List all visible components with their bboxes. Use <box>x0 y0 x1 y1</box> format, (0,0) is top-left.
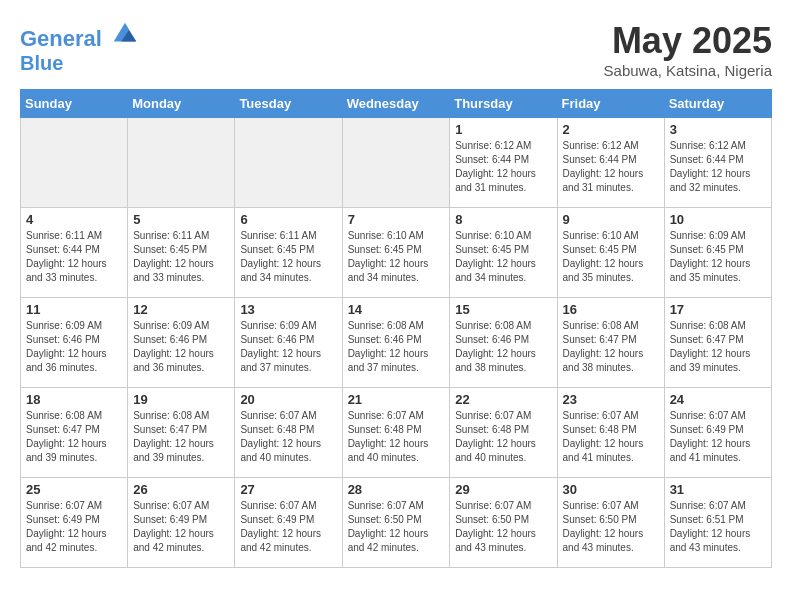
day-info: Sunrise: 6:07 AM Sunset: 6:49 PM Dayligh… <box>240 499 336 555</box>
day-number: 11 <box>26 302 122 317</box>
day-info: Sunrise: 6:07 AM Sunset: 6:49 PM Dayligh… <box>133 499 229 555</box>
day-info: Sunrise: 6:07 AM Sunset: 6:50 PM Dayligh… <box>455 499 551 555</box>
day-info: Sunrise: 6:08 AM Sunset: 6:46 PM Dayligh… <box>348 319 445 375</box>
day-number: 7 <box>348 212 445 227</box>
day-info: Sunrise: 6:11 AM Sunset: 6:45 PM Dayligh… <box>240 229 336 285</box>
day-info: Sunrise: 6:09 AM Sunset: 6:46 PM Dayligh… <box>133 319 229 375</box>
calendar-cell <box>235 118 342 208</box>
day-number: 27 <box>240 482 336 497</box>
day-info: Sunrise: 6:10 AM Sunset: 6:45 PM Dayligh… <box>563 229 659 285</box>
calendar-cell: 24Sunrise: 6:07 AM Sunset: 6:49 PM Dayli… <box>664 388 771 478</box>
day-info: Sunrise: 6:08 AM Sunset: 6:47 PM Dayligh… <box>670 319 766 375</box>
day-info: Sunrise: 6:07 AM Sunset: 6:50 PM Dayligh… <box>348 499 445 555</box>
calendar-cell: 12Sunrise: 6:09 AM Sunset: 6:46 PM Dayli… <box>128 298 235 388</box>
day-number: 6 <box>240 212 336 227</box>
logo-icon <box>110 18 140 46</box>
day-info: Sunrise: 6:07 AM Sunset: 6:48 PM Dayligh… <box>455 409 551 465</box>
day-info: Sunrise: 6:12 AM Sunset: 6:44 PM Dayligh… <box>563 139 659 195</box>
day-info: Sunrise: 6:07 AM Sunset: 6:48 PM Dayligh… <box>348 409 445 465</box>
day-number: 19 <box>133 392 229 407</box>
day-info: Sunrise: 6:07 AM Sunset: 6:48 PM Dayligh… <box>240 409 336 465</box>
day-number: 5 <box>133 212 229 227</box>
month-title: May 2025 <box>604 20 772 62</box>
calendar-cell: 31Sunrise: 6:07 AM Sunset: 6:51 PM Dayli… <box>664 478 771 568</box>
day-number: 12 <box>133 302 229 317</box>
logo-text: General <box>20 20 140 51</box>
day-number: 29 <box>455 482 551 497</box>
day-info: Sunrise: 6:07 AM Sunset: 6:48 PM Dayligh… <box>563 409 659 465</box>
calendar-cell: 22Sunrise: 6:07 AM Sunset: 6:48 PM Dayli… <box>450 388 557 478</box>
calendar-cell: 4Sunrise: 6:11 AM Sunset: 6:44 PM Daylig… <box>21 208 128 298</box>
calendar-cell: 26Sunrise: 6:07 AM Sunset: 6:49 PM Dayli… <box>128 478 235 568</box>
weekday-header-saturday: Saturday <box>664 90 771 118</box>
calendar-week-5: 25Sunrise: 6:07 AM Sunset: 6:49 PM Dayli… <box>21 478 772 568</box>
calendar-cell: 19Sunrise: 6:08 AM Sunset: 6:47 PM Dayli… <box>128 388 235 478</box>
location: Sabuwa, Katsina, Nigeria <box>604 62 772 79</box>
day-info: Sunrise: 6:07 AM Sunset: 6:49 PM Dayligh… <box>670 409 766 465</box>
day-number: 25 <box>26 482 122 497</box>
calendar-cell: 29Sunrise: 6:07 AM Sunset: 6:50 PM Dayli… <box>450 478 557 568</box>
calendar-week-4: 18Sunrise: 6:08 AM Sunset: 6:47 PM Dayli… <box>21 388 772 478</box>
day-number: 14 <box>348 302 445 317</box>
calendar-week-3: 11Sunrise: 6:09 AM Sunset: 6:46 PM Dayli… <box>21 298 772 388</box>
day-number: 20 <box>240 392 336 407</box>
weekday-header-row: SundayMondayTuesdayWednesdayThursdayFrid… <box>21 90 772 118</box>
day-number: 31 <box>670 482 766 497</box>
day-info: Sunrise: 6:07 AM Sunset: 6:50 PM Dayligh… <box>563 499 659 555</box>
calendar-cell: 3Sunrise: 6:12 AM Sunset: 6:44 PM Daylig… <box>664 118 771 208</box>
weekday-header-wednesday: Wednesday <box>342 90 450 118</box>
calendar-cell: 30Sunrise: 6:07 AM Sunset: 6:50 PM Dayli… <box>557 478 664 568</box>
calendar-week-1: 1Sunrise: 6:12 AM Sunset: 6:44 PM Daylig… <box>21 118 772 208</box>
calendar-cell: 16Sunrise: 6:08 AM Sunset: 6:47 PM Dayli… <box>557 298 664 388</box>
calendar-cell <box>128 118 235 208</box>
day-info: Sunrise: 6:08 AM Sunset: 6:47 PM Dayligh… <box>26 409 122 465</box>
day-number: 15 <box>455 302 551 317</box>
day-info: Sunrise: 6:09 AM Sunset: 6:46 PM Dayligh… <box>240 319 336 375</box>
day-info: Sunrise: 6:09 AM Sunset: 6:46 PM Dayligh… <box>26 319 122 375</box>
logo: General Blue <box>20 20 140 75</box>
day-number: 8 <box>455 212 551 227</box>
day-number: 13 <box>240 302 336 317</box>
calendar-cell: 20Sunrise: 6:07 AM Sunset: 6:48 PM Dayli… <box>235 388 342 478</box>
weekday-header-sunday: Sunday <box>21 90 128 118</box>
day-number: 3 <box>670 122 766 137</box>
calendar-week-2: 4Sunrise: 6:11 AM Sunset: 6:44 PM Daylig… <box>21 208 772 298</box>
calendar-cell: 7Sunrise: 6:10 AM Sunset: 6:45 PM Daylig… <box>342 208 450 298</box>
calendar-cell: 23Sunrise: 6:07 AM Sunset: 6:48 PM Dayli… <box>557 388 664 478</box>
day-number: 23 <box>563 392 659 407</box>
day-info: Sunrise: 6:07 AM Sunset: 6:51 PM Dayligh… <box>670 499 766 555</box>
logo-general: General <box>20 26 102 51</box>
calendar-cell: 14Sunrise: 6:08 AM Sunset: 6:46 PM Dayli… <box>342 298 450 388</box>
calendar-cell: 21Sunrise: 6:07 AM Sunset: 6:48 PM Dayli… <box>342 388 450 478</box>
calendar-cell: 9Sunrise: 6:10 AM Sunset: 6:45 PM Daylig… <box>557 208 664 298</box>
calendar-cell <box>342 118 450 208</box>
day-number: 18 <box>26 392 122 407</box>
calendar-cell: 10Sunrise: 6:09 AM Sunset: 6:45 PM Dayli… <box>664 208 771 298</box>
calendar-cell: 2Sunrise: 6:12 AM Sunset: 6:44 PM Daylig… <box>557 118 664 208</box>
day-number: 9 <box>563 212 659 227</box>
weekday-header-friday: Friday <box>557 90 664 118</box>
day-number: 22 <box>455 392 551 407</box>
calendar-cell: 5Sunrise: 6:11 AM Sunset: 6:45 PM Daylig… <box>128 208 235 298</box>
day-info: Sunrise: 6:08 AM Sunset: 6:47 PM Dayligh… <box>563 319 659 375</box>
weekday-header-monday: Monday <box>128 90 235 118</box>
day-info: Sunrise: 6:11 AM Sunset: 6:45 PM Dayligh… <box>133 229 229 285</box>
calendar-cell: 13Sunrise: 6:09 AM Sunset: 6:46 PM Dayli… <box>235 298 342 388</box>
calendar-cell: 1Sunrise: 6:12 AM Sunset: 6:44 PM Daylig… <box>450 118 557 208</box>
day-number: 2 <box>563 122 659 137</box>
day-number: 4 <box>26 212 122 227</box>
day-info: Sunrise: 6:07 AM Sunset: 6:49 PM Dayligh… <box>26 499 122 555</box>
day-info: Sunrise: 6:12 AM Sunset: 6:44 PM Dayligh… <box>670 139 766 195</box>
calendar-cell: 11Sunrise: 6:09 AM Sunset: 6:46 PM Dayli… <box>21 298 128 388</box>
calendar-cell: 17Sunrise: 6:08 AM Sunset: 6:47 PM Dayli… <box>664 298 771 388</box>
title-block: May 2025 Sabuwa, Katsina, Nigeria <box>604 20 772 79</box>
weekday-header-thursday: Thursday <box>450 90 557 118</box>
calendar-table: SundayMondayTuesdayWednesdayThursdayFrid… <box>20 89 772 568</box>
day-info: Sunrise: 6:12 AM Sunset: 6:44 PM Dayligh… <box>455 139 551 195</box>
day-info: Sunrise: 6:08 AM Sunset: 6:47 PM Dayligh… <box>133 409 229 465</box>
calendar-cell: 15Sunrise: 6:08 AM Sunset: 6:46 PM Dayli… <box>450 298 557 388</box>
calendar-cell: 6Sunrise: 6:11 AM Sunset: 6:45 PM Daylig… <box>235 208 342 298</box>
day-number: 28 <box>348 482 445 497</box>
day-number: 10 <box>670 212 766 227</box>
day-number: 16 <box>563 302 659 317</box>
